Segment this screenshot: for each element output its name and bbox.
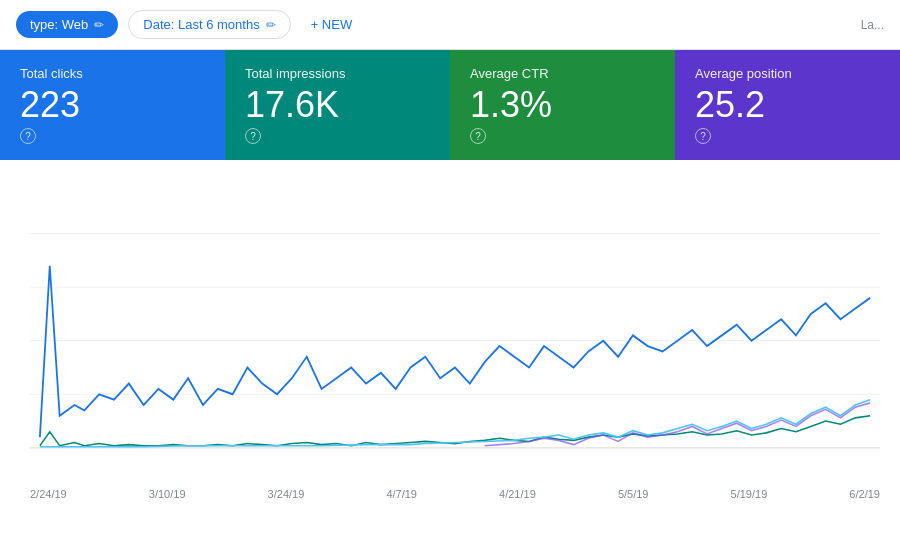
x-label-6: 5/19/19 [731, 488, 768, 500]
help-icon-total-impressions[interactable]: ? [245, 128, 261, 144]
date-filter-label: Date: Last 6 months [143, 17, 259, 32]
metric-value-average-ctr: 1.3% [470, 85, 655, 125]
metric-footer-average-ctr: ? [470, 128, 655, 144]
date-filter-chip[interactable]: Date: Last 6 months ✏ [128, 10, 290, 39]
metric-label-total-clicks: Total clicks [20, 66, 205, 81]
x-label-4: 4/21/19 [499, 488, 536, 500]
metric-value-average-position: 25.2 [695, 85, 880, 125]
metric-label-average-ctr: Average CTR [470, 66, 655, 81]
x-label-5: 5/5/19 [618, 488, 649, 500]
type-filter-edit-icon: ✏ [94, 18, 104, 32]
metric-card-total-clicks[interactable]: Total clicks 223 ? [0, 50, 225, 160]
metrics-row: Total clicks 223 ? Total impressions 17.… [0, 50, 900, 160]
metric-card-total-impressions[interactable]: Total impressions 17.6K ? [225, 50, 450, 160]
metric-label-average-position: Average position [695, 66, 880, 81]
metric-card-average-position[interactable]: Average position 25.2 ? [675, 50, 900, 160]
metric-value-total-clicks: 223 [20, 85, 205, 125]
metric-label-total-impressions: Total impressions [245, 66, 430, 81]
metric-value-total-impressions: 17.6K [245, 85, 430, 125]
help-icon-average-position[interactable]: ? [695, 128, 711, 144]
x-label-2: 3/24/19 [268, 488, 305, 500]
new-button-label: + NEW [311, 17, 353, 32]
right-label: La... [861, 18, 884, 32]
metric-footer-average-position: ? [695, 128, 880, 144]
line-chart [30, 180, 880, 480]
type-filter-label: type: Web [30, 17, 88, 32]
chart-area: 2/24/19 3/10/19 3/24/19 4/7/19 4/21/19 5… [0, 160, 900, 520]
x-label-1: 3/10/19 [149, 488, 186, 500]
x-label-7: 6/2/19 [849, 488, 880, 500]
type-filter-chip[interactable]: type: Web ✏ [16, 11, 118, 38]
new-button[interactable]: + NEW [301, 11, 363, 38]
metric-footer-total-impressions: ? [245, 128, 430, 144]
metric-footer-total-clicks: ? [20, 128, 205, 144]
x-axis-labels: 2/24/19 3/10/19 3/24/19 4/7/19 4/21/19 5… [30, 484, 880, 500]
x-label-0: 2/24/19 [30, 488, 67, 500]
help-icon-average-ctr[interactable]: ? [470, 128, 486, 144]
toolbar: type: Web ✏ Date: Last 6 months ✏ + NEW … [0, 0, 900, 50]
x-label-3: 4/7/19 [386, 488, 417, 500]
metric-card-average-ctr[interactable]: Average CTR 1.3% ? [450, 50, 675, 160]
date-filter-edit-icon: ✏ [266, 18, 276, 32]
help-icon-total-clicks[interactable]: ? [20, 128, 36, 144]
